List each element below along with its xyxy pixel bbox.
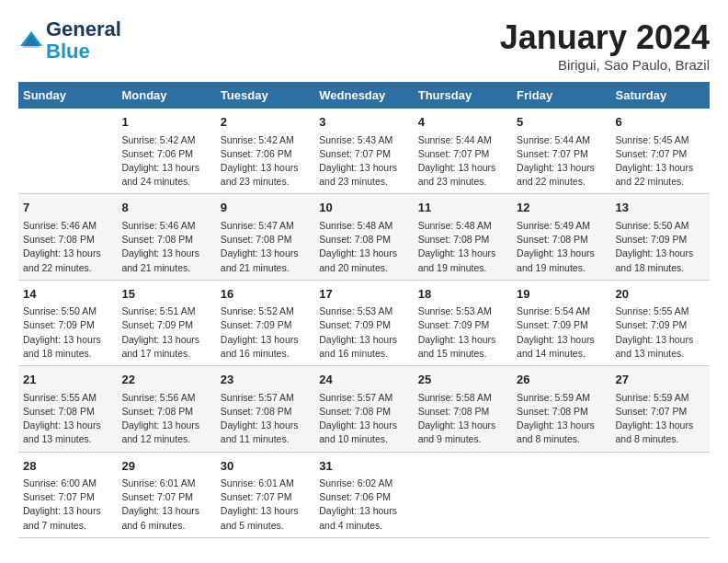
cell-info: Sunset: 7:09 PM: [616, 233, 705, 247]
cell-info: Sunrise: 5:49 AM: [517, 219, 606, 233]
cell-info: Sunset: 7:08 PM: [23, 233, 112, 247]
week-row-2: 7Sunrise: 5:46 AMSunset: 7:08 PMDaylight…: [18, 194, 710, 280]
cell-info: Sunrise: 5:53 AM: [319, 304, 408, 318]
cell-info: Daylight: 13 hours: [517, 419, 606, 432]
day-number: 24: [319, 371, 408, 389]
cell-info: and 23 minutes.: [319, 175, 408, 189]
column-header-wednesday: Wednesday: [314, 82, 413, 109]
calendar-cell: 7Sunrise: 5:46 AMSunset: 7:08 PMDaylight…: [18, 194, 117, 280]
day-number: 23: [221, 371, 310, 389]
cell-info: Sunrise: 6:00 AM: [23, 477, 112, 490]
calendar-cell: 22Sunrise: 5:56 AMSunset: 7:08 PMDayligh…: [117, 366, 215, 452]
calendar-cell: [512, 452, 610, 537]
day-number: 20: [616, 285, 705, 304]
calendar-cell: 15Sunrise: 5:51 AMSunset: 7:09 PMDayligh…: [117, 280, 215, 365]
cell-info: Sunrise: 5:42 AM: [121, 133, 210, 147]
cell-info: Sunrise: 5:48 AM: [319, 219, 408, 233]
cell-info: Sunset: 7:07 PM: [418, 147, 507, 161]
cell-info: Sunset: 7:09 PM: [121, 318, 210, 332]
cell-info: and 16 minutes.: [221, 347, 310, 361]
cell-info: Daylight: 13 hours: [319, 247, 408, 260]
calendar-cell: 23Sunrise: 5:57 AMSunset: 7:08 PMDayligh…: [216, 366, 314, 452]
cell-info: Sunrise: 5:46 AM: [121, 219, 210, 233]
cell-info: Daylight: 13 hours: [616, 247, 705, 260]
calendar-cell: 14Sunrise: 5:50 AMSunset: 7:09 PMDayligh…: [18, 280, 117, 365]
cell-info: Daylight: 13 hours: [23, 247, 112, 260]
logo-text: GeneralBlue: [46, 18, 121, 63]
calendar-cell: 12Sunrise: 5:49 AMSunset: 7:08 PMDayligh…: [512, 194, 610, 280]
day-number: 13: [616, 199, 705, 217]
calendar-cell: 1Sunrise: 5:42 AMSunset: 7:06 PMDaylight…: [117, 109, 215, 194]
cell-info: Daylight: 13 hours: [221, 247, 310, 260]
cell-info: Daylight: 13 hours: [121, 419, 210, 432]
cell-info: Sunset: 7:08 PM: [23, 405, 112, 419]
cell-info: Sunrise: 5:52 AM: [221, 304, 310, 318]
cell-info: Daylight: 13 hours: [221, 161, 310, 175]
cell-info: and 6 minutes.: [121, 519, 210, 533]
day-number: 17: [319, 285, 408, 304]
cell-info: Sunrise: 5:44 AM: [418, 133, 507, 147]
cell-info: and 18 minutes.: [23, 347, 112, 361]
week-row-3: 14Sunrise: 5:50 AMSunset: 7:09 PMDayligh…: [18, 280, 710, 365]
cell-info: Daylight: 13 hours: [319, 419, 408, 432]
cell-info: Sunset: 7:07 PM: [319, 147, 408, 161]
cell-info: Sunset: 7:08 PM: [517, 233, 606, 247]
day-number: 11: [418, 199, 507, 217]
cell-info: Sunset: 7:08 PM: [121, 405, 210, 419]
cell-info: and 7 minutes.: [23, 519, 112, 533]
day-number: 8: [121, 199, 210, 217]
cell-info: Sunset: 7:07 PM: [121, 490, 210, 504]
day-number: 16: [221, 285, 310, 304]
cell-info: Daylight: 13 hours: [418, 419, 507, 432]
cell-info: Sunset: 7:08 PM: [319, 405, 408, 419]
cell-info: Sunset: 7:08 PM: [221, 233, 310, 247]
calendar-cell: 5Sunrise: 5:44 AMSunset: 7:07 PMDaylight…: [512, 109, 610, 194]
cell-info: Sunrise: 5:55 AM: [616, 304, 705, 318]
cell-info: Daylight: 13 hours: [517, 333, 606, 347]
cell-info: Daylight: 13 hours: [517, 247, 606, 260]
cell-info: Sunset: 7:07 PM: [616, 405, 705, 419]
day-number: 7: [23, 199, 112, 217]
week-row-1: 1Sunrise: 5:42 AMSunset: 7:06 PMDaylight…: [18, 109, 710, 194]
calendar-cell: 10Sunrise: 5:48 AMSunset: 7:08 PMDayligh…: [314, 194, 413, 280]
cell-info: and 14 minutes.: [517, 347, 606, 361]
calendar-cell: 28Sunrise: 6:00 AMSunset: 7:07 PMDayligh…: [18, 452, 117, 537]
cell-info: Sunrise: 6:02 AM: [319, 477, 408, 490]
header-row: SundayMondayTuesdayWednesdayThursdayFrid…: [18, 82, 710, 109]
day-number: 31: [319, 457, 408, 476]
cell-info: and 22 minutes.: [517, 175, 606, 189]
calendar-cell: 18Sunrise: 5:53 AMSunset: 7:09 PMDayligh…: [414, 280, 512, 365]
cell-info: Daylight: 13 hours: [221, 333, 310, 347]
cell-info: Sunrise: 5:51 AM: [121, 304, 210, 318]
calendar-cell: 16Sunrise: 5:52 AMSunset: 7:09 PMDayligh…: [216, 280, 314, 365]
calendar-cell: 31Sunrise: 6:02 AMSunset: 7:06 PMDayligh…: [314, 452, 413, 537]
calendar-cell: 21Sunrise: 5:55 AMSunset: 7:08 PMDayligh…: [18, 366, 117, 452]
day-number: 2: [221, 113, 310, 132]
cell-info: Daylight: 13 hours: [121, 333, 210, 347]
cell-info: Daylight: 13 hours: [221, 419, 310, 432]
calendar-cell: 3Sunrise: 5:43 AMSunset: 7:07 PMDaylight…: [314, 109, 413, 194]
cell-info: and 16 minutes.: [319, 347, 408, 361]
cell-info: Sunset: 7:07 PM: [517, 147, 606, 161]
day-number: 15: [121, 285, 210, 304]
cell-info: Daylight: 13 hours: [517, 161, 606, 175]
cell-info: Sunrise: 5:47 AM: [221, 219, 310, 233]
cell-info: Daylight: 13 hours: [616, 161, 705, 175]
calendar-cell: 2Sunrise: 5:42 AMSunset: 7:06 PMDaylight…: [216, 109, 314, 194]
column-header-thursday: Thursday: [414, 82, 512, 109]
cell-info: and 5 minutes.: [221, 519, 310, 533]
cell-info: Daylight: 13 hours: [23, 419, 112, 432]
cell-info: Sunset: 7:06 PM: [221, 147, 310, 161]
title-block: January 2024 Birigui, Sao Paulo, Brazil: [500, 18, 710, 73]
week-row-4: 21Sunrise: 5:55 AMSunset: 7:08 PMDayligh…: [18, 366, 710, 452]
cell-info: Sunrise: 5:55 AM: [23, 391, 112, 405]
cell-info: and 9 minutes.: [418, 432, 507, 446]
day-number: 14: [23, 285, 112, 304]
calendar-cell: 13Sunrise: 5:50 AMSunset: 7:09 PMDayligh…: [611, 194, 710, 280]
cell-info: Daylight: 13 hours: [221, 504, 310, 518]
cell-info: Sunrise: 6:01 AM: [121, 477, 210, 490]
cell-info: Sunrise: 5:45 AM: [616, 133, 705, 147]
calendar-cell: [414, 452, 512, 537]
cell-info: Sunrise: 5:56 AM: [121, 391, 210, 405]
week-row-5: 28Sunrise: 6:00 AMSunset: 7:07 PMDayligh…: [18, 452, 710, 537]
